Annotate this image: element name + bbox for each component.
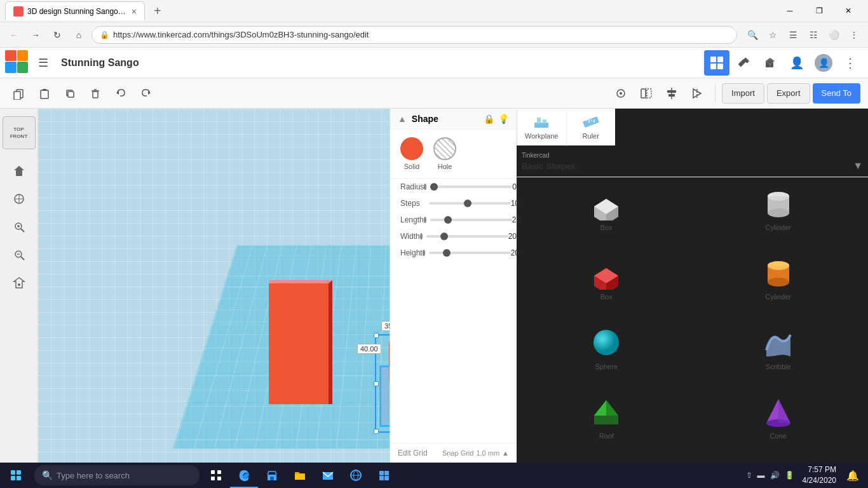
svg-rect-13 [41, 90, 48, 98]
bookmark-button[interactable]: ☆ [764, 26, 782, 44]
flip-button[interactable] [686, 82, 709, 105]
home-button[interactable]: ⌂ [70, 26, 88, 44]
redo-button[interactable] [135, 82, 158, 105]
align-button[interactable] [660, 82, 683, 105]
edit-grid-button[interactable]: Edit Grid [398, 449, 428, 458]
more-options-button[interactable]: ⋮ [837, 50, 863, 76]
shape-item-cylinder-gray[interactable]: Cylinder [694, 182, 864, 249]
search-browser-button[interactable]: 🔍 [743, 26, 761, 44]
width-slider[interactable] [426, 235, 508, 238]
task-view-icon [209, 468, 223, 482]
collapse-shape-panel[interactable]: ▲ [398, 114, 407, 124]
home-view-button[interactable] [8, 159, 31, 182]
flag-taskbar-button[interactable] [370, 463, 398, 488]
store-taskbar-button[interactable] [258, 463, 286, 488]
length-slider[interactable] [430, 219, 512, 221]
home-icon [13, 165, 25, 177]
svg-rect-89 [379, 476, 384, 480]
window-controls: ─ ❐ ✕ [775, 0, 863, 22]
browser-tab[interactable]: 3D design Stunning Sango | Tink... × [5, 1, 145, 20]
profile-button[interactable]: ⚪ [825, 26, 843, 44]
app-menu-button[interactable]: ☰ [33, 53, 53, 73]
width-dot[interactable] [420, 233, 423, 240]
orientation-button[interactable] [8, 271, 31, 294]
grid-view-button[interactable] [704, 50, 729, 76]
browser2-taskbar-button[interactable] [342, 463, 370, 488]
refresh-button[interactable]: ↻ [48, 26, 66, 44]
duplicate-button[interactable] [58, 82, 81, 105]
undo-button[interactable] [109, 82, 132, 105]
mail-taskbar-button[interactable] [314, 463, 342, 488]
svg-rect-83 [295, 474, 305, 480]
start-button[interactable] [0, 463, 32, 488]
volume-icon[interactable]: 🔊 [768, 471, 782, 480]
viewport[interactable]: 35.00 40.00 103.00 0.00 98.00 53.00 ↻ × [38, 109, 390, 463]
sendto-button[interactable]: Send To [813, 83, 860, 104]
shape-preview-box-red [587, 255, 625, 290]
ruler-button[interactable]: Ruler [567, 109, 616, 145]
minimize-button[interactable]: ─ [775, 0, 804, 22]
battery-icon[interactable]: 🔋 [783, 471, 796, 480]
solid-shape-button[interactable]: Solid [400, 137, 423, 170]
snap-expand-icon[interactable]: ▲ [502, 449, 509, 457]
length-dot[interactable] [424, 217, 426, 223]
library-dropdown-button[interactable]: ▼ [853, 160, 863, 172]
steps-prop: Steps 10 [390, 195, 517, 212]
user-profile-button[interactable]: 👤 [811, 50, 836, 76]
user-add-button[interactable]: 👤 [784, 50, 810, 76]
shape-selected-box[interactable] [380, 366, 390, 426]
shape-item-cylinder-orange[interactable]: Cylinder [694, 252, 864, 318]
shape-item-box-gray[interactable]: Box [522, 182, 691, 249]
hammer-button[interactable] [731, 50, 756, 76]
forward-button[interactable]: → [27, 26, 44, 44]
zoom-out-button[interactable] [8, 243, 31, 266]
paste-button[interactable] [33, 82, 56, 105]
address-bar[interactable]: 🔒 https://www.tinkercad.com/things/3DSoU… [92, 26, 737, 44]
copy-button[interactable] [8, 82, 31, 105]
height-dot[interactable] [423, 250, 425, 256]
restore-button[interactable]: ❐ [804, 0, 834, 22]
box-button[interactable] [757, 50, 783, 76]
edge-taskbar-button[interactable] [230, 463, 258, 488]
file-explorer-button[interactable] [286, 463, 314, 488]
delete-button[interactable] [84, 82, 107, 105]
export-button[interactable]: Export [767, 83, 810, 104]
lock-shape-button[interactable]: 🔒 [484, 114, 494, 124]
zoom-in-button[interactable] [8, 215, 31, 238]
tinkercad-logo[interactable] [5, 50, 31, 76]
search-bar[interactable]: 🔍 Type here to search [34, 465, 200, 485]
undo-icon [114, 87, 127, 100]
shape-item-sphere-teal[interactable]: Sphere [522, 322, 691, 388]
radius-dot[interactable] [424, 184, 426, 190]
collections-button[interactable]: ☷ [804, 26, 822, 44]
shape-item-roof[interactable]: Roof [522, 391, 691, 458]
steps-slider[interactable] [429, 202, 511, 205]
info-shape-button[interactable]: 💡 [498, 114, 509, 124]
shape-item-cone[interactable]: Cone [694, 391, 864, 458]
extensions-button[interactable]: ⋮ [845, 26, 863, 44]
workplane-button[interactable]: Workplane [517, 109, 567, 145]
readinglist-button[interactable]: ☰ [784, 26, 802, 44]
new-tab-button[interactable]: + [150, 4, 165, 18]
time-display[interactable]: 7:57 PM 4/24/2020 [797, 464, 841, 486]
tab-close-button[interactable]: × [132, 6, 137, 17]
task-view-button[interactable] [202, 463, 230, 488]
import-button[interactable]: Import [722, 83, 764, 104]
fit-all-button[interactable] [8, 187, 31, 210]
shape-item-scribble[interactable]: Scribble [694, 322, 864, 388]
view-cube[interactable]: TOP FRONT [3, 116, 36, 149]
close-button[interactable]: ✕ [834, 0, 863, 22]
tray-expand[interactable]: ⇧ [744, 471, 754, 480]
notification-button[interactable]: 🔔 [843, 470, 863, 482]
mirror-button[interactable] [635, 82, 658, 105]
shape-tall-box[interactable] [269, 280, 332, 404]
network-icon[interactable]: ▬ [756, 471, 767, 480]
hole-shape-button[interactable]: Hole [433, 137, 456, 170]
back-button[interactable]: ← [5, 26, 23, 44]
height-slider[interactable] [429, 252, 511, 254]
3d-canvas[interactable]: 35.00 40.00 103.00 0.00 98.00 53.00 ↻ × [38, 109, 390, 463]
shape-item-box-red[interactable]: Box [522, 252, 691, 318]
svg-rect-14 [43, 89, 46, 91]
radius-slider[interactable] [430, 186, 512, 188]
snap-to-grid-button[interactable] [609, 82, 632, 105]
